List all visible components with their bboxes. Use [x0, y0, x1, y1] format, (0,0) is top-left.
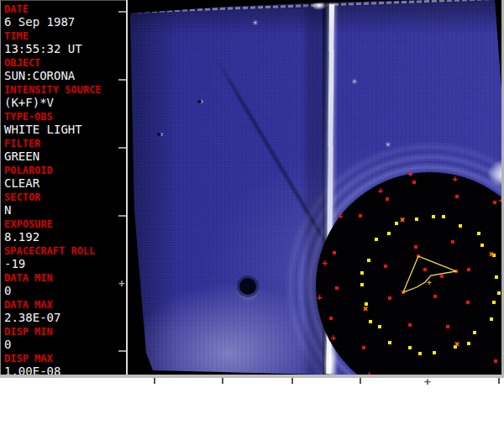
metadata-field-label: SPACECRAFT ROLL: [4, 245, 123, 257]
frame-bottom-tick: [154, 378, 155, 384]
frame-left-tick: [118, 147, 126, 149]
metadata-field-value: 0: [4, 338, 123, 351]
metadata-field: INTENSITY SOURCE(K+F)*V: [4, 84, 123, 111]
metadata-field-value: WHITE LIGHT: [4, 123, 123, 136]
frame-left-tick: [118, 215, 126, 217]
metadata-field-label: DISP MIN: [4, 326, 123, 338]
metadata-field-label: EXPOSURE: [4, 218, 123, 230]
metadata-field: EXPOSURE8.192: [4, 218, 123, 245]
metadata-field-label: TYPE-OBS: [4, 111, 123, 123]
metadata-field-label: SECTOR: [4, 191, 123, 203]
contour-polygon: [403, 256, 456, 292]
metadata-field-list: DATE6 Sep 1987TIME13:55:32 UTOBJECTSUN:C…: [4, 3, 123, 380]
metadata-field-value: 6 Sep 1987: [4, 15, 123, 29]
coronagraph-image-viewport: +++++++++××××+: [126, 0, 504, 375]
metadata-field-value: 2.38E-07: [4, 311, 123, 324]
metadata-field: TYPE-OBSWHITE LIGHT: [4, 111, 123, 138]
frame-bottom-tick: [360, 378, 361, 384]
metadata-field-label: INTENSITY SOURCE: [4, 84, 123, 96]
metadata-field-value: CLEAR: [4, 176, 123, 190]
metadata-field: SPACECRAFT ROLL-19: [4, 245, 123, 272]
frame-left-tick: [118, 79, 126, 81]
metadata-field: TIME13:55:32 UT: [4, 30, 123, 57]
metadata-field-label: DISP MAX: [4, 353, 123, 364]
frame-bottom-tick: [222, 378, 223, 384]
metadata-field-label: POLAROID: [4, 165, 123, 176]
metadata-field-value: 0: [4, 284, 123, 297]
frame-bottom-tick: [498, 378, 500, 384]
frame-left-tick: [118, 350, 126, 352]
sun-center-mark-left: +: [118, 278, 125, 289]
metadata-field: DATE6 Sep 1987: [4, 3, 123, 30]
metadata-field-value: N: [4, 203, 123, 217]
frame-bottom-tick: [291, 378, 293, 384]
coronagraph-viewer-window: DATE6 Sep 1987TIME13:55:32 UTOBJECTSUN:C…: [0, 0, 504, 430]
metadata-field: DATA MAX2.38E-07: [4, 299, 123, 326]
metadata-field: SECTORN: [4, 191, 123, 218]
metadata-field-value: SUN:CORONA: [4, 69, 123, 82]
metadata-field-label: DATA MAX: [4, 299, 123, 311]
metadata-field: OBJECTSUN:CORONA: [4, 57, 123, 84]
metadata-field-label: OBJECT: [4, 57, 123, 69]
metadata-field-value: -19: [4, 257, 123, 270]
metadata-field-label: DATA MIN: [4, 272, 123, 284]
metadata-field-value: GREEN: [4, 149, 123, 163]
contour-polygon-svg: [128, 0, 504, 375]
metadata-field: FILTERGREEN: [4, 138, 123, 165]
metadata-field-label: DATE: [4, 3, 123, 15]
metadata-field: DATA MIN0: [4, 272, 123, 299]
sun-center-mark-bottom: +: [424, 376, 431, 387]
metadata-field: DISP MIN0: [4, 326, 123, 353]
metadata-field-label: FILTER: [4, 138, 123, 149]
metadata-field-label: TIME: [4, 30, 123, 42]
metadata-field-value: (K+F)*V: [4, 96, 123, 109]
metadata-field: POLAROIDCLEAR: [4, 165, 123, 191]
frame-left-tick: [118, 11, 126, 13]
metadata-field-value: 8.192: [4, 230, 123, 244]
metadata-field-value: 13:55:32 UT: [4, 42, 123, 55]
metadata-sidebar: DATE6 Sep 1987TIME13:55:32 UTOBJECTSUN:C…: [0, 0, 126, 375]
